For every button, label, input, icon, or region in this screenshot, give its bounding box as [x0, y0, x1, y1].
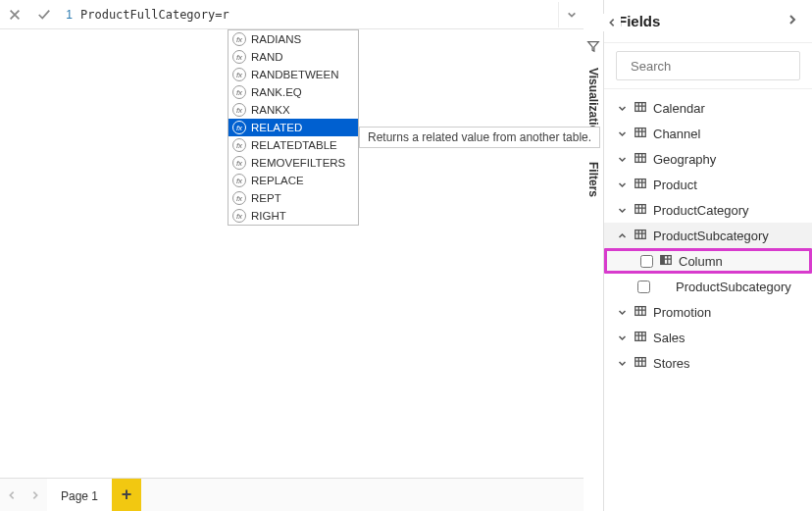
formula-input[interactable] [76, 2, 558, 27]
autocomplete-label: REPLACE [251, 175, 304, 186]
field-row[interactable]: ProductSubcategory [604, 274, 812, 299]
autocomplete-item[interactable]: fxRELATED [228, 119, 358, 136]
line-number: 1 [59, 8, 76, 22]
autocomplete-label: REMOVEFILTERS [251, 157, 345, 169]
fields-search-wrap [604, 43, 812, 89]
collapse-fields-button[interactable] [603, 14, 621, 31]
function-tooltip: Returns a related value from another tab… [359, 127, 600, 148]
svg-rect-1 [635, 102, 646, 111]
fields-search[interactable] [616, 51, 800, 80]
autocomplete-item[interactable]: fxRANKX [228, 101, 358, 119]
fields-title: Fields [618, 13, 660, 29]
autocomplete-label: RANKX [251, 104, 290, 116]
svg-rect-4 [635, 179, 646, 187]
table-row[interactable]: Stores [604, 350, 812, 376]
svg-rect-5 [635, 204, 646, 213]
table-name: Stores [653, 356, 690, 371]
sheet-nav-next[interactable] [24, 479, 47, 512]
table-name: Promotion [653, 305, 711, 320]
svg-rect-3 [635, 153, 646, 162]
chevron-right-icon [787, 14, 798, 26]
filters-label[interactable]: Filters [586, 162, 600, 197]
function-icon: fx [232, 209, 246, 223]
autocomplete-label: RADIANS [251, 33, 301, 45]
collapsed-panes: Visualizations Filters [584, 39, 603, 197]
autocomplete-label: RAND [251, 51, 283, 63]
field-name: ProductSubcategory [676, 280, 791, 294]
function-icon: fx [232, 85, 246, 99]
table-name: Sales [653, 331, 685, 345]
field-row[interactable]: Column [604, 248, 812, 274]
cancel-formula-button[interactable] [0, 1, 29, 28]
table-row[interactable]: Product [604, 172, 812, 197]
autocomplete-list[interactable]: fxRADIANSfxRANDfxRANDBETWEENfxRANK.EQfxR… [228, 29, 359, 226]
expand-formula-button[interactable] [558, 2, 584, 27]
field-checkbox[interactable] [637, 281, 650, 293]
autocomplete-item[interactable]: fxRAND [228, 48, 358, 66]
chevron-left-icon [7, 490, 17, 500]
table-icon [634, 304, 647, 321]
table-row[interactable]: Promotion [604, 299, 812, 325]
function-icon: fx [232, 156, 246, 170]
chevron-down-icon [567, 10, 577, 20]
table-name: ProductSubcategory [653, 229, 769, 243]
chevron-left-icon [607, 18, 617, 27]
sheet-tab-active[interactable]: Page 1 [47, 479, 112, 512]
autocomplete-item[interactable]: fxRIGHT [228, 207, 358, 225]
function-icon: fx [232, 103, 246, 117]
autocomplete-item[interactable]: fxRELATEDTABLE [228, 136, 358, 154]
table-name: Product [653, 178, 697, 192]
chevron-down-icon [616, 104, 628, 113]
function-icon: fx [232, 138, 246, 152]
add-sheet-button[interactable]: + [112, 479, 141, 512]
fields-tree: CalendarChannelGeographyProductProductCa… [604, 89, 812, 376]
table-row[interactable]: ProductCategory [604, 197, 812, 223]
autocomplete-item[interactable]: fxRANK.EQ [228, 83, 358, 101]
svg-rect-11 [635, 357, 646, 366]
svg-rect-9 [635, 306, 646, 315]
chevron-down-icon [616, 333, 628, 342]
commit-formula-button[interactable] [29, 1, 59, 28]
filters-pane-toggle[interactable] [586, 39, 600, 56]
fields-panel: Fields CalendarChannelGeographyProductPr… [603, 0, 812, 511]
autocomplete-label: RELATEDTABLE [251, 139, 337, 151]
table-row[interactable]: Geography [604, 146, 812, 172]
table-name: Calendar [653, 101, 705, 116]
table-name: Geography [653, 152, 716, 167]
autocomplete-item[interactable]: fxREPLACE [228, 172, 358, 189]
autocomplete-label: RIGHT [251, 210, 286, 222]
autocomplete-item[interactable]: fxREPT [228, 189, 358, 207]
autocomplete-item[interactable]: fxREMOVEFILTERS [228, 154, 358, 172]
table-row[interactable]: Sales [604, 325, 812, 350]
field-checkbox[interactable] [640, 255, 653, 268]
chevron-down-icon [616, 155, 628, 164]
table-icon [634, 177, 647, 193]
check-icon [37, 8, 51, 22]
function-icon: fx [232, 174, 246, 187]
field-name: Column [679, 254, 723, 269]
table-row[interactable]: ProductSubcategory [604, 223, 812, 248]
autocomplete-item[interactable]: fxRANDBETWEEN [228, 66, 358, 83]
autocomplete-label: RELATED [251, 122, 302, 133]
table-row[interactable]: Calendar [604, 95, 812, 121]
table-icon [634, 228, 647, 244]
chevron-down-icon [616, 308, 628, 317]
table-icon [634, 151, 647, 168]
function-icon: fx [232, 191, 246, 205]
autocomplete-item[interactable]: fxRADIANS [228, 30, 358, 48]
svg-rect-10 [635, 332, 646, 340]
filter-icon [586, 39, 600, 53]
svg-rect-6 [635, 230, 646, 238]
function-icon: fx [232, 121, 246, 134]
column-icon [659, 253, 673, 270]
svg-rect-8 [661, 255, 665, 264]
x-icon [8, 8, 22, 22]
chevron-down-icon [616, 129, 628, 138]
function-icon: fx [232, 50, 246, 64]
table-row[interactable]: Channel [604, 121, 812, 146]
fields-menu-button[interactable] [787, 14, 798, 28]
table-icon [634, 355, 647, 372]
fields-header: Fields [604, 0, 812, 43]
search-input[interactable] [631, 59, 795, 74]
sheet-nav-prev[interactable] [0, 479, 24, 512]
